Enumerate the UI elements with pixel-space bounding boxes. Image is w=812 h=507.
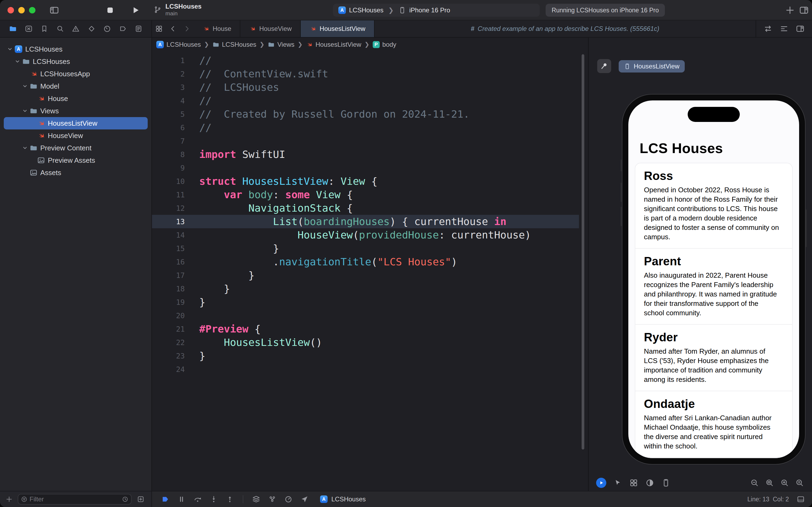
code-line-23[interactable]: 23} — [152, 349, 579, 362]
recents-clock-icon[interactable] — [122, 496, 128, 502]
code-line-15[interactable]: 15 } — [152, 242, 579, 255]
list-item-ondaatje[interactable]: OndaatjeNamed after Sri Lankan-Canadian … — [635, 391, 792, 457]
sidebar-item-preview-assets[interactable]: Preview Assets — [4, 154, 148, 167]
code-editor[interactable]: 1//2// ContentView.swift3// LCSHouses4//… — [152, 52, 588, 491]
view-hierarchy-button[interactable] — [251, 494, 261, 504]
code-line-3[interactable]: 3// LCSHouses — [152, 80, 579, 94]
code-line-13[interactable]: 13 List(boardingHouses) { currentHouse i… — [152, 215, 579, 228]
list-item-ryder[interactable]: RyderNamed after Tom Ryder, an alumnus o… — [635, 324, 792, 391]
navigator-tab-reports[interactable] — [133, 23, 144, 34]
disclosure-chevron-icon[interactable] — [21, 144, 29, 152]
stop-button[interactable] — [105, 5, 115, 15]
run-button[interactable] — [130, 5, 140, 15]
live-preview-button[interactable] — [596, 478, 606, 488]
breadcrumb-item-body[interactable]: Pbody — [373, 41, 396, 48]
step-over-button[interactable] — [193, 494, 202, 504]
activity-status[interactable]: Running LCSHouses on iPhone 16 Pro — [545, 4, 665, 17]
code-line-6[interactable]: 6// — [152, 121, 579, 134]
zoom-in-button[interactable] — [780, 478, 790, 488]
breadcrumb-item-views[interactable]: Views — [268, 41, 295, 48]
breadcrumb-item-houseslistview[interactable]: HousesListView — [306, 41, 361, 48]
location-button[interactable] — [300, 494, 309, 504]
phone-screen[interactable]: LCS Houses RossOpened in October 2022, R… — [628, 101, 799, 458]
scheme-selector[interactable]: A LCSHouses ❯ iPhone 16 Pro — [333, 4, 540, 17]
related-items-button[interactable] — [152, 20, 166, 37]
navigator-tab-bookmarks[interactable] — [39, 23, 50, 34]
code-line-8[interactable]: 8import SwiftUI — [152, 148, 579, 161]
gauge-button[interactable] — [284, 494, 293, 504]
zoom-actual-button[interactable] — [795, 478, 805, 488]
list-item-ross[interactable]: RossOpened in October 2022, Ross House i… — [635, 163, 792, 248]
code-line-1[interactable]: 1// — [152, 54, 579, 67]
minimize-window-button[interactable] — [18, 7, 25, 13]
navigator-tab-tests[interactable] — [86, 23, 97, 34]
breadcrumb-item-lcshouses[interactable]: ALCSHouses — [156, 41, 201, 48]
back-button[interactable] — [166, 20, 180, 37]
sidebar-item-views[interactable]: Views — [4, 105, 148, 117]
add-button[interactable] — [785, 5, 795, 15]
code-line-21[interactable]: 21#Preview { — [152, 322, 579, 336]
code-line-2[interactable]: 2// ContentView.swift — [152, 67, 579, 80]
navigator-tab-project[interactable] — [7, 23, 18, 34]
navigator-tab-find[interactable] — [55, 23, 65, 34]
source-control-summary[interactable]: LCSHouses main — [154, 3, 201, 17]
step-out-button[interactable] — [225, 494, 235, 504]
disclosure-chevron-icon[interactable] — [21, 82, 29, 90]
code-line-24[interactable]: 24 — [152, 362, 579, 376]
editor-scrollbar[interactable] — [582, 54, 584, 450]
preview-tab-chip[interactable]: HousesListView — [619, 60, 685, 72]
zoom-fit-button[interactable] — [765, 478, 774, 488]
pause-button[interactable] — [177, 494, 186, 504]
sidebar-item-preview-content[interactable]: Preview Content — [4, 142, 148, 154]
running-app-chip[interactable]: A LCSHouses — [320, 496, 366, 503]
list-item-parent[interactable]: ParentAlso inaugurated in 2022, Parent H… — [635, 248, 792, 324]
tab-created-example-of-an-app-to-describe-lc[interactable]: #Created example of an app to describe L… — [374, 20, 756, 37]
sidebar-item-assets[interactable]: Assets — [4, 167, 148, 179]
step-in-button[interactable] — [209, 494, 219, 504]
memory-graph-button[interactable] — [268, 494, 277, 504]
navigator-tab-breakpoints[interactable] — [118, 23, 128, 34]
sidebar-item-houseslistview[interactable]: HousesListView — [4, 117, 148, 129]
select-mode-button[interactable] — [613, 478, 623, 488]
breakpoints-active-button[interactable] — [161, 494, 170, 504]
list-item-moodie[interactable]: Moodie — [635, 457, 792, 458]
zoom-window-button[interactable] — [29, 7, 36, 13]
disclosure-chevron-icon[interactable] — [21, 107, 29, 115]
navigator-tab-issues[interactable] — [70, 23, 81, 34]
code-line-11[interactable]: 11 var body: some View { — [152, 188, 579, 202]
code-line-14[interactable]: 14 HouseView(providedHouse: currentHouse… — [152, 228, 579, 242]
code-line-4[interactable]: 4// — [152, 94, 579, 107]
sidebar-item-lcshousesapp[interactable]: LCSHousesApp — [4, 68, 148, 80]
code-line-20[interactable]: 20 — [152, 309, 579, 322]
sidebar-item-house[interactable]: House — [4, 92, 148, 105]
code-line-18[interactable]: 18 } — [152, 282, 579, 295]
forward-button[interactable] — [180, 20, 194, 37]
sidebar-item-lcshouses[interactable]: ALCSHouses — [4, 43, 148, 55]
breadcrumb-item-lcshouses[interactable]: LCSHouses — [213, 41, 256, 48]
close-window-button[interactable] — [7, 7, 14, 13]
code-line-7[interactable]: 7 — [152, 134, 579, 148]
code-line-19[interactable]: 19} — [152, 295, 579, 309]
code-line-12[interactable]: 12 NavigationStack { — [152, 202, 579, 215]
device-settings-button[interactable] — [661, 478, 671, 488]
navigator-tab-debug[interactable] — [102, 23, 113, 34]
toggle-debug-area-button[interactable] — [796, 494, 806, 504]
zoom-out-button[interactable] — [750, 478, 759, 488]
code-line-10[interactable]: 10struct HousesListView: View { — [152, 175, 579, 188]
tab-houseview[interactable]: HouseView — [240, 20, 301, 37]
code-line-9[interactable]: 9 — [152, 161, 579, 175]
code-line-22[interactable]: 22 HousesListView() — [152, 336, 579, 349]
disclosure-chevron-icon[interactable] — [13, 57, 21, 65]
toggle-navigator-button[interactable] — [49, 5, 59, 15]
show-only-modified-button[interactable] — [136, 494, 146, 504]
disclosure-chevron-icon[interactable] — [6, 45, 14, 53]
tab-houseslistview[interactable]: HousesListView — [301, 20, 374, 37]
sidebar-item-lcshouses[interactable]: LCSHouses — [4, 55, 148, 68]
pin-preview-button[interactable] — [597, 59, 611, 73]
add-editor-icon[interactable] — [796, 24, 805, 33]
tab-house[interactable]: House — [194, 20, 240, 37]
sidebar-item-houseview[interactable]: HouseView — [4, 129, 148, 142]
code-line-5[interactable]: 5// Created by Russell Gordon on 2024-11… — [152, 107, 579, 121]
variants-button[interactable] — [629, 478, 639, 488]
code-line-17[interactable]: 17 } — [152, 269, 579, 282]
